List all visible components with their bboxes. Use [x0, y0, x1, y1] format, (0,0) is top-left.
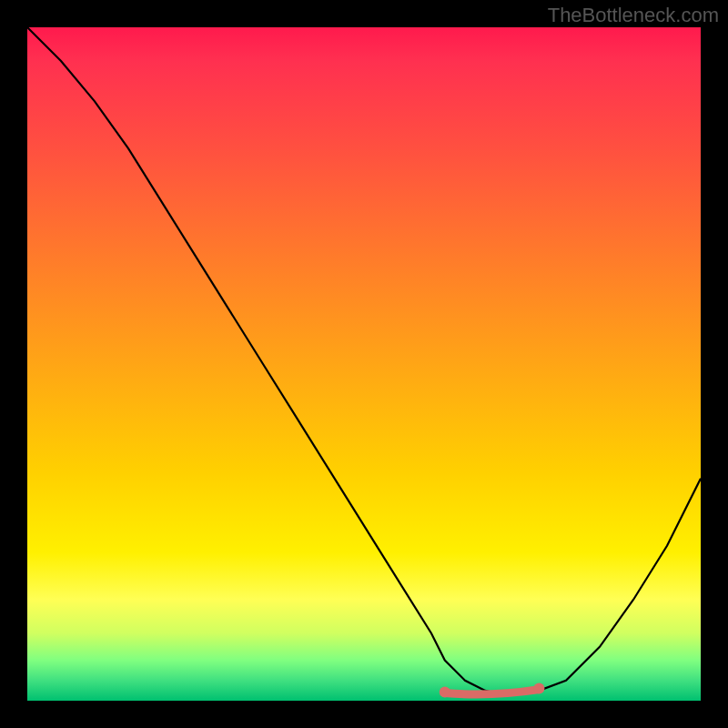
- watermark-text: TheBottleneck.com: [548, 4, 719, 27]
- optimal-range-start-dot: [440, 687, 450, 698]
- chart-svg: [27, 27, 701, 701]
- chart-plot-area: [27, 27, 701, 701]
- optimal-range-end-dot: [533, 683, 544, 694]
- optimal-range-highlight: [445, 690, 540, 694]
- bottleneck-curve: [27, 27, 701, 694]
